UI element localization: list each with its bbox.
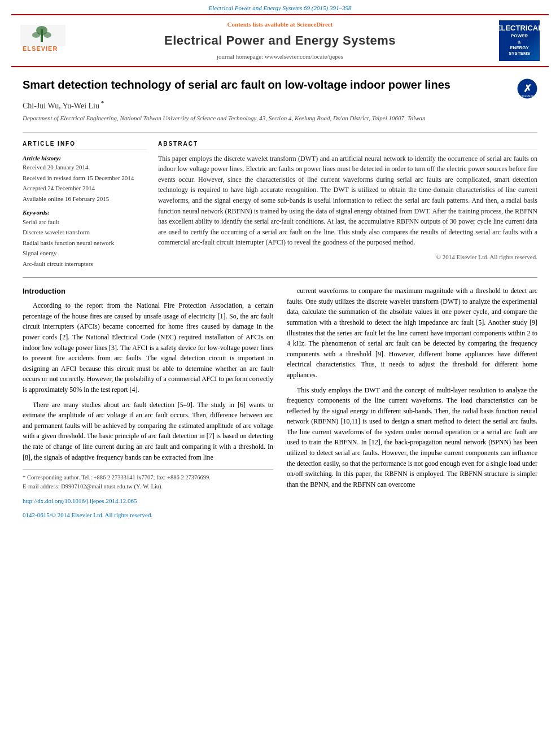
footnote-section: * Corresponding author. Tel.: +886 2 273… (23, 469, 273, 492)
keyword-1: Serial arc fault (23, 217, 147, 227)
intro-heading: Introduction (23, 286, 273, 297)
abstract-text: This paper employs the discrete wavelet … (158, 154, 537, 248)
abstract-section: ABSTRACT This paper employs the discrete… (158, 139, 537, 270)
issn-line: 0142-0615/© 2014 Elsevier Ltd. All right… (23, 510, 273, 520)
body-divider (23, 277, 537, 278)
journal-homepage: journal homepage: www.elsevier.com/locat… (65, 52, 495, 62)
svg-text:ELSEVIER: ELSEVIER (23, 45, 58, 52)
accepted-date: Accepted 24 December 2014 (23, 184, 147, 193)
body-col-left: Introduction According to the report fro… (23, 286, 273, 520)
article-info-heading: ARTICLE INFO (23, 139, 147, 150)
keywords-label: Keywords: (23, 208, 147, 217)
author1: Chi-Jui Wu, Yu-Wei Liu (23, 101, 99, 110)
journal-title: Electrical Power and Energy Systems (65, 31, 495, 50)
revised-date: Received in revised form 15 December 201… (23, 173, 147, 183)
paper-title-section: ✗ CrossMark Smart detection technology o… (23, 67, 537, 133)
banner-center: Contents lists available at ScienceDirec… (65, 20, 495, 62)
intro-right-para1: current waveforms to compare the maximum… (287, 286, 537, 380)
keyword-3: Radial basis function neural network (23, 238, 147, 248)
received-date: Received 20 January 2014 (23, 163, 147, 172)
crossmark-logo: ✗ CrossMark (517, 78, 537, 102)
paper-title: Smart detection technology of serial arc… (23, 77, 537, 93)
journal-citation: Electrical Power and Energy Systems 69 (… (209, 5, 352, 11)
svg-text:CrossMark: CrossMark (520, 94, 535, 98)
available-date: Available online 16 February 2015 (23, 194, 147, 204)
intro-right-para2: This study employs the DWT and the conce… (287, 385, 537, 490)
corresponding-star: * (99, 99, 104, 106)
logo-systems: SYSTEMS (509, 51, 530, 56)
doi-url: http://dx.doi.org/10.1016/j.ijepes.2014.… (23, 496, 273, 506)
elsevier-logo: ELSEVIER (20, 25, 65, 56)
article-info: ARTICLE INFO Article history: Received 2… (23, 139, 147, 270)
authors: Chi-Jui Wu, Yu-Wei Liu * (23, 98, 537, 112)
logo-ep: ELECTRICAL (496, 24, 542, 33)
body-col-right: current waveforms to compare the maximum… (287, 286, 537, 520)
journal-banner: ELSEVIER Contents lists available at Sci… (11, 14, 549, 67)
intro-para1: According to the report from the Nationa… (23, 300, 273, 395)
doi-text: http://dx.doi.org/10.1016/j.ijepes.2014.… (23, 497, 137, 504)
info-abstract-section: ARTICLE INFO Article history: Received 2… (23, 139, 537, 270)
svg-point-4 (43, 32, 51, 38)
svg-text:✗: ✗ (523, 83, 532, 94)
affiliation: Department of Electrical Engineering, Na… (23, 113, 537, 123)
keyword-4: Signal energy (23, 248, 147, 258)
abstract-heading: ABSTRACT (158, 139, 537, 150)
footnote-email: E-mail address: D9907102@mail.ntust.edu.… (23, 482, 273, 491)
journal-logo-box: ELECTRICAL POWER & ENERGY SYSTEMS (499, 20, 540, 61)
logo-power: POWER (511, 33, 528, 39)
keyword-5: Arc-fault circuit interrupters (23, 259, 147, 269)
footnote-star: * Corresponding author. Tel.: +886 2 273… (23, 473, 273, 482)
journal-header-bar: Electrical Power and Energy Systems 69 (… (0, 0, 560, 14)
sciencedirect-brand: ScienceDirect (296, 21, 333, 28)
svg-point-3 (32, 32, 40, 38)
intro-para2: There are many studies about arc fault d… (23, 400, 273, 463)
copyright-line: © 2014 Elsevier Ltd. All rights reserved… (158, 252, 537, 262)
history-label: Article history: (23, 154, 147, 163)
page-content: ✗ CrossMark Smart detection technology o… (0, 67, 560, 520)
issn-text: 0142-0615/© 2014 Elsevier Ltd. All right… (23, 512, 152, 518)
body-two-col: Introduction According to the report fro… (23, 286, 537, 520)
logo-energy: ENERGY (510, 45, 529, 51)
sciencedirect-label: Contents lists available at ScienceDirec… (65, 20, 495, 29)
logo-and: & (518, 40, 521, 45)
keyword-2: Discrete wavelet transform (23, 228, 147, 237)
journal-logo-right: ELECTRICAL POWER & ENERGY SYSTEMS (495, 20, 540, 61)
